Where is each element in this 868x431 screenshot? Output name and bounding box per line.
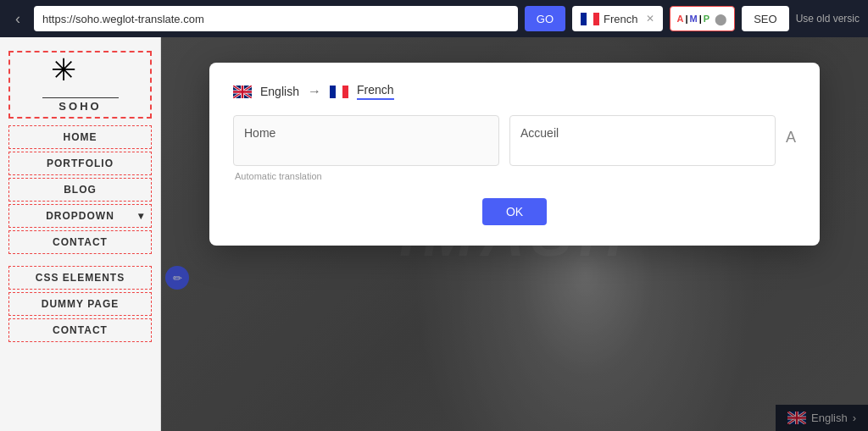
ok-button[interactable]: OK	[482, 198, 547, 225]
nav-item-home[interactable]: HOME	[8, 125, 152, 149]
auto-translation-label: Automatic translation	[235, 171, 796, 181]
logo: ✳ SOHO	[42, 55, 119, 114]
nav-item-blog[interactable]: BLOG	[8, 178, 152, 202]
amp-m-label: M	[690, 14, 698, 24]
nav-item-contact[interactable]: CONTACT	[8, 230, 152, 254]
amp-bracket-mid: |	[699, 14, 702, 24]
logo-star-icon: ✳	[51, 55, 76, 86]
svg-rect-6	[342, 86, 348, 98]
uk-flag-icon	[233, 86, 252, 98]
nav-item-dropdown[interactable]: DROPDOWN	[8, 204, 152, 228]
old-version-link[interactable]: Use old versic	[796, 13, 860, 25]
target-text-input[interactable]	[509, 115, 776, 166]
svg-rect-2	[593, 13, 599, 25]
nav-divider	[0, 257, 160, 263]
nav-item-dummy-page[interactable]: DUMMY PAGE	[8, 292, 152, 316]
modal-header: English → French	[233, 83, 796, 100]
french-flag-icon	[581, 13, 599, 25]
modal-overlay: English → French A Automatic translation	[161, 37, 868, 431]
main-area: ✳ SOHO HOME PORTFOLIO BLOG DROPDOWN CONT…	[0, 37, 868, 431]
selected-language-label: French	[604, 13, 637, 25]
url-input[interactable]	[34, 6, 518, 31]
svg-rect-5	[336, 86, 342, 98]
back-button[interactable]: ‹	[8, 7, 27, 31]
fr-flag-icon	[330, 86, 348, 98]
nav-item-css-elements[interactable]: CSS ELEMENTS	[8, 266, 152, 290]
amp-button[interactable]: A | M | P ⬤	[670, 6, 736, 31]
svg-rect-0	[581, 13, 587, 25]
sidebar: ✳ SOHO HOME PORTFOLIO BLOG DROPDOWN CONT…	[0, 37, 161, 431]
nav-item-contact2[interactable]: CONTACT	[8, 318, 152, 342]
source-language-label: English	[260, 85, 299, 98]
language-close-icon[interactable]: ✕	[646, 13, 654, 25]
source-text-input[interactable]	[233, 115, 499, 166]
amp-p-label: P	[704, 14, 709, 24]
toolbar: ‹ GO French ✕ A | M | P ⬤ SEO Use old ve…	[0, 0, 868, 37]
logo-text: SOHO	[42, 97, 119, 113]
translation-row: A	[233, 115, 796, 166]
go-button[interactable]: GO	[525, 6, 565, 31]
target-language-label: French	[357, 83, 394, 100]
seo-button[interactable]: SEO	[742, 6, 788, 31]
logo-area: ✳ SOHO	[8, 51, 152, 119]
direction-arrow-icon: →	[308, 84, 321, 99]
nav-item-portfolio[interactable]: PORTFOLIO	[8, 152, 152, 175]
translation-modal: English → French A Automatic translation	[209, 63, 820, 246]
content-area: IMASH English →	[161, 37, 868, 431]
nav-items-group: HOME PORTFOLIO BLOG DROPDOWN CONTACT CSS…	[0, 125, 160, 342]
svg-rect-4	[330, 86, 336, 98]
language-selector[interactable]: French ✕	[572, 6, 662, 31]
auto-translate-icon: A	[786, 129, 796, 146]
amp-bracket-left: |	[686, 14, 688, 24]
amp-close-button[interactable]: ⬤	[715, 13, 727, 25]
amp-a-label: A	[677, 14, 684, 24]
svg-rect-1	[587, 13, 593, 25]
modal-footer: OK	[233, 198, 796, 225]
